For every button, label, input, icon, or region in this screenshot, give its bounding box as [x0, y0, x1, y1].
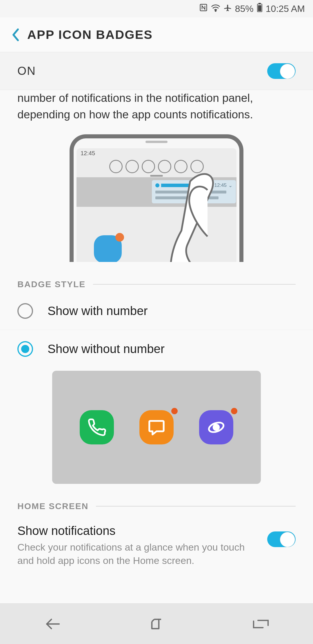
option-label: Show without number	[48, 342, 165, 356]
nav-home-button[interactable]	[128, 609, 185, 638]
preview-messages-icon	[139, 410, 174, 444]
nav-recents-button[interactable]	[232, 609, 290, 638]
radio-unselected-icon	[17, 303, 33, 319]
option-show-without-number[interactable]: Show without number	[0, 330, 313, 368]
illustration-app-icon	[94, 235, 122, 262]
section-home-screen: HOME SCREEN	[0, 484, 313, 514]
description-text: number of notifications in the notificat…	[0, 90, 313, 134]
section-label: BADGE STYLE	[17, 279, 85, 289]
preview-internet-icon	[199, 410, 233, 444]
illustration-notification: ⌄ 12:45	[152, 180, 236, 203]
option-label: Show with number	[48, 304, 148, 318]
illustration-clock: 12:45	[77, 148, 236, 159]
illustration: 12:45 ⌄ 12:45	[0, 134, 313, 262]
master-toggle-row[interactable]: ON	[0, 52, 313, 90]
navigation-bar	[0, 603, 313, 644]
clock-text: 10:25 AM	[266, 3, 305, 14]
app-header: APP ICON BADGES	[0, 17, 313, 52]
master-toggle-label: ON	[17, 64, 267, 77]
page-title: APP ICON BADGES	[27, 28, 153, 42]
illustration-phone: 12:45 ⌄ 12:45	[70, 134, 243, 262]
option-show-with-number[interactable]: Show with number	[0, 292, 313, 330]
section-badge-style: BADGE STYLE	[0, 262, 313, 292]
svg-point-6	[214, 425, 219, 430]
setting-toggle-switch[interactable]	[267, 531, 296, 547]
airplane-icon	[223, 3, 232, 14]
wifi-icon	[211, 3, 221, 14]
badge-preview	[52, 371, 261, 484]
status-bar: 85% 10:25 AM	[0, 0, 313, 17]
nfc-icon	[199, 3, 208, 14]
svg-rect-4	[258, 5, 261, 11]
section-label: HOME SCREEN	[17, 501, 88, 511]
preview-phone-icon	[80, 410, 114, 444]
badge-dot-icon	[231, 408, 237, 414]
radio-selected-icon	[17, 341, 33, 357]
svg-point-1	[215, 10, 216, 11]
setting-subtitle: Check your notifications at a glance whe…	[17, 541, 256, 567]
battery-percent: 85%	[235, 3, 254, 14]
setting-show-notifications[interactable]: Show notifications Check your notificati…	[0, 514, 313, 582]
nav-back-button[interactable]	[23, 609, 81, 638]
master-toggle-switch[interactable]	[267, 63, 296, 79]
badge-dot-icon	[171, 408, 178, 414]
setting-title: Show notifications	[17, 524, 256, 538]
back-button[interactable]	[5, 24, 26, 45]
battery-icon	[256, 3, 263, 15]
svg-line-8	[152, 619, 154, 622]
